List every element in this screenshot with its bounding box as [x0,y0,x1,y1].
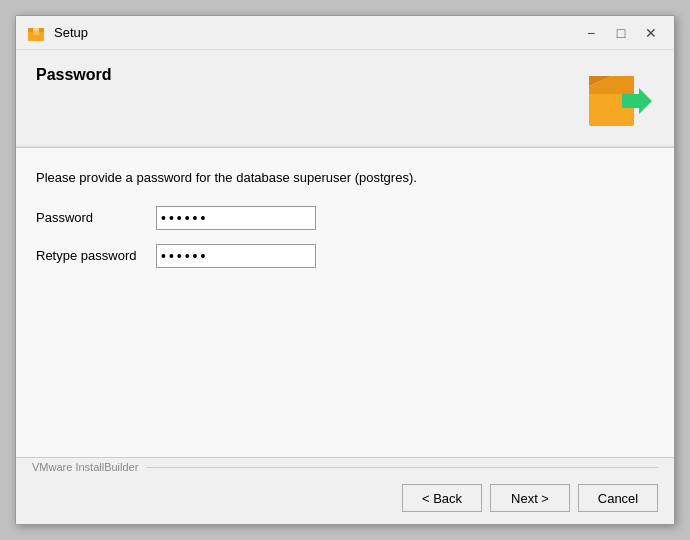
password-input[interactable] [156,206,316,230]
header-section: Password [16,50,674,147]
title-bar-controls: − □ ✕ [578,22,664,44]
retype-input[interactable] [156,244,316,268]
next-button[interactable]: Next > [490,484,570,512]
logo-icon [584,66,654,136]
back-button[interactable]: < Back [402,484,482,512]
footer-buttons: < Back Next > Cancel [16,476,674,524]
password-label: Password [36,210,156,225]
retype-label: Retype password [36,248,156,263]
title-bar: Setup − □ ✕ [16,16,674,50]
svg-rect-7 [589,86,634,94]
password-group: Password [36,206,654,230]
title-bar-left: Setup [26,23,88,43]
setup-window: Setup − □ ✕ Password [15,15,675,525]
minimize-button[interactable]: − [578,22,604,44]
retype-group: Retype password [36,244,654,268]
footer: VMware InstallBuilder < Back Next > Canc… [16,457,674,524]
app-icon [26,23,46,43]
window-title: Setup [54,25,88,40]
close-button[interactable]: ✕ [638,22,664,44]
content-area: Password Please provide a password for t… [16,50,674,524]
description-text: Please provide a password for the databa… [36,168,654,188]
main-content: Please provide a password for the databa… [16,147,674,457]
brand-label: VMware InstallBuilder [32,461,146,473]
page-title: Password [36,66,112,84]
svg-rect-3 [33,31,39,35]
maximize-button[interactable]: □ [608,22,634,44]
cancel-button[interactable]: Cancel [578,484,658,512]
